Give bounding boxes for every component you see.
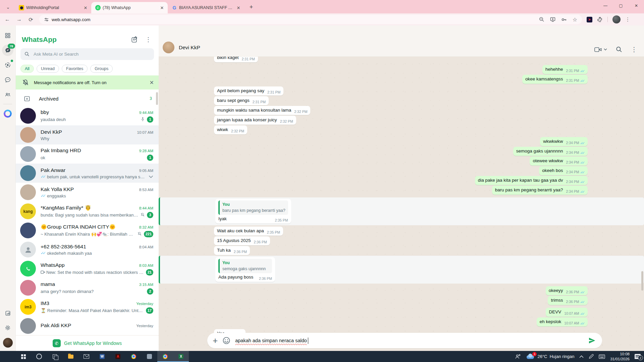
filter-chip[interactable]: Favorites — [62, 65, 88, 73]
avatar — [20, 242, 36, 257]
list-item[interactable]: Kak Yolla KKP 8:53 AM ✓✓ enggaaks — [16, 183, 159, 202]
chat-menu-icon[interactable]: ⋮ — [631, 46, 637, 53]
install-icon[interactable] — [550, 17, 555, 22]
sidebar-footer[interactable]: ✆ Get WhatsApp for Windows — [16, 335, 159, 351]
extension-icon[interactable]: ➤ — [587, 17, 592, 22]
unread-badge: 21 — [146, 269, 153, 276]
browser-tab[interactable]: ✆ (78) WhatsApp ✕ — [91, 2, 168, 13]
list-item[interactable]: Pak Anwar 9:05 AM ✓✓ belum pak, untuk va… — [16, 164, 159, 183]
taskbar-app-button[interactable] — [78, 351, 94, 362]
scrollbar-thumb[interactable] — [641, 271, 643, 291]
list-item[interactable]: im3 IM3 Yesterday — [16, 297, 159, 316]
people-icon[interactable] — [515, 354, 521, 359]
extensions-puzzle-icon[interactable] — [597, 17, 603, 22]
quoted-message[interactable]: You baru pas km pegang berarrti yaa? — [218, 200, 288, 215]
banner-close-icon[interactable]: ✕ — [150, 79, 154, 86]
sidebar-menu-icon[interactable]: ⋮ — [145, 36, 151, 43]
taskbar-clock[interactable]: 10:08 31/01/2026 — [610, 352, 630, 361]
banner-turn-on-link[interactable]: Turn on — [92, 80, 106, 85]
list-item[interactable]: Devi KkP 10:07 AM Why — [16, 125, 159, 144]
notification-center-icon[interactable]: 2 — [635, 354, 641, 359]
back-button[interactable]: ← — [3, 15, 12, 24]
apps-grid-icon[interactable] — [2, 30, 13, 41]
contact-name[interactable]: Devi KkP — [179, 45, 200, 51]
password-key-icon[interactable] — [561, 17, 567, 22]
scrollbar-thumb[interactable] — [156, 92, 158, 105]
rail-status[interactable] — [2, 59, 13, 71]
taskbar-app-button[interactable] — [110, 351, 126, 362]
message-input[interactable]: apakah ada simpan neraca saldo — [235, 338, 307, 343]
tab-title: (78) WhatsApp — [103, 5, 157, 10]
filter-chip[interactable]: Unread — [37, 65, 59, 73]
list-item[interactable]: 🌞Group CITRA INDAH CITY🌞 8:32 AM ~ Khasa… — [16, 221, 159, 240]
zoom-icon[interactable] — [539, 17, 544, 22]
taskbar-app-button[interactable] — [157, 351, 173, 362]
list-item[interactable]: +62 852-2836-5641 8:04 AM ✓✓ okedeheh ma… — [16, 240, 159, 259]
rail-channels[interactable] — [2, 74, 13, 85]
list-item[interactable]: Kang *KangMas Family* 🤴 8:44 AM — [16, 202, 159, 221]
minimize-button[interactable]: — — [598, 0, 613, 11]
emoji-icon[interactable] — [222, 337, 230, 345]
taskbar-app-button[interactable] — [15, 351, 31, 362]
rail-communities[interactable] — [2, 89, 13, 100]
weather-widget[interactable]: 1 26°C Hujan ringan — [526, 354, 574, 359]
pen-icon[interactable] — [589, 354, 594, 359]
attach-plus-icon[interactable]: + — [213, 337, 218, 344]
settings-gear-icon[interactable] — [2, 322, 13, 334]
filter-chip[interactable]: All — [20, 65, 34, 73]
taskbar-app-button[interactable] — [142, 351, 157, 362]
send-button[interactable] — [586, 335, 598, 347]
avatar[interactable] — [163, 42, 174, 53]
browser-tab[interactable]: G BIAYA ASURANSI STAFF TERMA... ✕ — [168, 2, 244, 13]
chat-time: Yesterday — [136, 302, 153, 306]
message-bubble: eh kepslok 10:07 AM ✓✓ — [537, 317, 588, 326]
quoted-message[interactable]: You semoga gaks ujannnnn — [218, 259, 272, 273]
banner-text: Message notifications are off. — [34, 80, 91, 85]
chevron-down-icon — [604, 48, 607, 51]
rail-lists-icon[interactable] — [2, 307, 13, 319]
browser-profile-avatar[interactable] — [612, 15, 621, 23]
taskbar-app-button[interactable] — [47, 351, 63, 362]
maximize-button[interactable]: ▢ — [613, 0, 629, 11]
new-chat-icon[interactable] — [131, 36, 138, 43]
rail-meta-ai[interactable] — [2, 108, 13, 119]
search-icon[interactable] — [616, 46, 622, 53]
search-bar[interactable]: Ask Meta AI or Search — [20, 48, 154, 60]
archived-row[interactable]: Archived 3 — [16, 91, 159, 106]
list-item[interactable]: Pak Imbang HRD 9:28 AM ok — [16, 144, 159, 164]
message-row: You semoga gaks ujannnnn Ada payung boss… — [159, 256, 644, 284]
taskbar-app-button[interactable] — [126, 351, 142, 362]
tab-search-chevron-icon[interactable]: ⌄ — [3, 2, 13, 12]
touch-keyboard-icon[interactable] — [599, 354, 605, 359]
reload-button[interactable]: ⟳ — [26, 15, 35, 24]
tray-chevron-up-icon[interactable] — [579, 355, 584, 358]
forward-button[interactable]: → — [15, 15, 23, 24]
browser-menu-icon[interactable]: ⋮ — [625, 16, 631, 22]
site-info-icon[interactable] — [44, 17, 49, 22]
list-item[interactable]: bby 9:44 AM yaudaa deuh — [16, 106, 159, 125]
close-button[interactable]: ✕ — [629, 0, 644, 11]
tab-close-icon[interactable]: ✕ — [159, 5, 165, 11]
url-text[interactable]: web.whatsapp.com — [52, 17, 539, 22]
taskbar-app-button[interactable] — [94, 351, 110, 362]
taskbar-app-button[interactable] — [63, 351, 78, 362]
get-whatsapp-link[interactable]: Get WhatsApp for Windows — [64, 341, 122, 346]
tab-close-icon[interactable]: ✕ — [235, 5, 241, 11]
list-item[interactable]: Pak Aldi KKP Yesterday — [16, 316, 159, 335]
chat-header-info[interactable]: Devi KkP — [163, 42, 200, 53]
bookmark-star-icon[interactable]: ☆ — [573, 16, 577, 23]
browser-tab[interactable]: WithholdingPortal ✕ — [15, 2, 91, 13]
tab-close-icon[interactable]: ✕ — [83, 5, 89, 11]
profile-avatar[interactable] — [3, 338, 13, 348]
chevron-down-icon[interactable] — [149, 175, 153, 178]
taskbar-app-button[interactable] — [173, 351, 189, 362]
video-call-button[interactable] — [594, 47, 607, 52]
rail-chats[interactable]: 78 — [2, 45, 13, 56]
filter-chip[interactable]: Groups — [90, 65, 113, 73]
list-item[interactable]: mama 3:15 AM ama gery? nonton dimana? — [16, 278, 159, 297]
chat-title: Pak Anwar — [41, 167, 65, 173]
taskbar-app-button[interactable] — [31, 351, 47, 362]
list-item[interactable]: WhatsApp 8:03 AM New: Set the mood with … — [16, 259, 159, 278]
address-bar[interactable]: web.whatsapp.com ☆ — [39, 15, 582, 24]
new-tab-button[interactable]: + — [247, 3, 256, 11]
